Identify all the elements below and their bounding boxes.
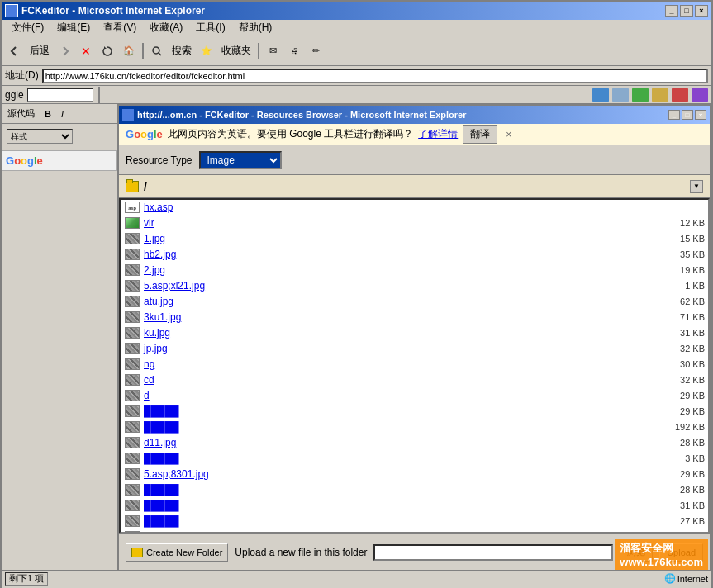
popup-translate-button[interactable]: 翻译 <box>463 125 497 144</box>
file-size: 31 KB <box>655 328 705 338</box>
file-thumbnail <box>124 295 140 308</box>
table-row[interactable]: 2.jpg19 KB <box>121 263 708 278</box>
upload-file-input[interactable] <box>373 544 613 561</box>
file-link[interactable]: █████ <box>144 421 655 433</box>
style-select[interactable]: 样式 <box>7 129 73 144</box>
menu-favorites[interactable]: 收藏(A) <box>143 19 189 36</box>
folder-dropdown-button[interactable]: ▼ <box>690 180 703 193</box>
table-row[interactable]: 1.jpg15 KB <box>121 231 708 247</box>
links-icon-2[interactable] <box>612 88 629 102</box>
table-row[interactable]: cd32 KB <box>121 372 708 388</box>
popup-google-close-button[interactable]: × <box>506 129 511 140</box>
file-link[interactable]: █████ <box>144 484 655 496</box>
file-thumbnail <box>124 358 140 371</box>
ie-icon <box>5 4 18 17</box>
file-link[interactable]: 1.jpg <box>144 233 655 244</box>
italic-button[interactable]: I <box>57 107 68 121</box>
table-row[interactable]: █████192 KB <box>121 420 708 435</box>
file-link[interactable]: █████ <box>144 453 655 464</box>
status-text: 剩下1 项 <box>5 572 48 586</box>
table-row[interactable]: █████27 KB <box>121 514 708 529</box>
table-row[interactable]: █████28 KB <box>121 482 708 498</box>
table-row[interactable]: ku.jpg31 KB <box>121 325 708 341</box>
minimize-button[interactable]: _ <box>665 5 678 17</box>
favorites-button[interactable]: ⭐ <box>197 41 216 61</box>
file-link[interactable]: █████ <box>144 405 655 417</box>
table-row[interactable]: asphx.asp <box>121 200 708 216</box>
popup-close-button[interactable]: × <box>695 110 706 120</box>
file-link[interactable]: cd <box>144 374 655 386</box>
table-row[interactable]: d11.jpg28 KB <box>121 435 708 451</box>
create-folder-button[interactable]: Create New Folder <box>126 543 228 562</box>
file-thumbnail <box>124 263 140 277</box>
file-link[interactable]: atu.jpg <box>144 296 655 307</box>
menu-help[interactable]: 帮助(H) <box>232 19 279 36</box>
file-thumbnail <box>124 405 140 418</box>
popup-minimize-button[interactable]: _ <box>668 110 680 120</box>
status-label: 剩下1 项 <box>9 572 44 585</box>
file-link[interactable]: hx.asp <box>144 202 655 213</box>
print-button[interactable]: 🖨 <box>284 41 304 61</box>
file-link[interactable]: 2.jpg <box>144 264 655 276</box>
google-search-input[interactable] <box>27 88 93 102</box>
table-row[interactable]: atu.jpg62 KB <box>121 294 708 310</box>
bold-button[interactable]: B <box>40 107 55 121</box>
file-size: 71 KB <box>655 312 705 322</box>
menu-file[interactable]: 文件(F) <box>5 19 50 36</box>
popup-learn-more-link[interactable]: 了解详情 <box>418 127 458 141</box>
menu-edit[interactable]: 编辑(E) <box>50 19 97 36</box>
menu-tools[interactable]: 工具(I) <box>189 19 231 36</box>
favorites-label: 收藏夹 <box>218 44 254 58</box>
stop-button[interactable]: ✕ <box>76 41 96 61</box>
refresh-button[interactable] <box>97 41 117 61</box>
table-row[interactable]: █████3 KB <box>121 451 708 467</box>
file-link[interactable]: 5.asp;8301.jpg <box>144 468 655 480</box>
file-link[interactable]: █████ <box>144 515 655 527</box>
file-thumbnail <box>124 420 140 434</box>
file-link[interactable]: hb2.jpg <box>144 249 655 260</box>
file-link[interactable]: 5.asp;xl21.jpg <box>144 280 655 292</box>
search-button[interactable] <box>147 41 167 61</box>
table-row[interactable]: d29 KB <box>121 388 708 404</box>
file-thumbnail <box>124 373 140 386</box>
resource-type-bar: Resource Type Image Flash Media File <box>119 145 710 175</box>
links-icon-4[interactable] <box>652 88 668 102</box>
back-button[interactable] <box>5 41 25 61</box>
file-thumbnail <box>124 326 140 339</box>
links-bar: ggle <box>2 86 711 104</box>
popup-title-bar: http://...om.cn - FCKeditor - Resources … <box>119 106 710 124</box>
file-link[interactable]: d <box>144 390 655 401</box>
table-row[interactable]: 5.asp;8301.jpg29 KB <box>121 467 708 482</box>
links-icon-5[interactable] <box>672 88 688 102</box>
file-link[interactable]: ku.jpg <box>144 327 655 339</box>
file-link[interactable]: d11.jpg <box>144 437 655 448</box>
file-link[interactable]: vir <box>144 217 655 229</box>
home-button[interactable]: 🏠 <box>119 41 139 61</box>
file-link[interactable]: jp.jpg <box>144 343 655 354</box>
file-link[interactable]: ng <box>144 358 655 370</box>
table-row[interactable]: vir12 KB <box>121 216 708 231</box>
file-link[interactable]: 3ku1.jpg <box>144 311 655 323</box>
close-button[interactable]: × <box>695 5 708 17</box>
links-icon-1[interactable] <box>592 88 609 102</box>
menu-view[interactable]: 查看(V) <box>97 19 143 36</box>
mail-button[interactable]: ✉ <box>263 41 283 61</box>
table-row[interactable]: jp.jpg32 KB <box>121 341 708 357</box>
popup-restore-button[interactable]: □ <box>682 110 693 120</box>
source-button[interactable]: 源代码 <box>3 106 39 121</box>
address-input[interactable] <box>42 69 708 83</box>
edit-button[interactable]: ✏ <box>306 41 326 61</box>
table-row[interactable]: hb2.jpg35 KB <box>121 247 708 263</box>
file-list[interactable]: asphx.aspvir12 KB1.jpg15 KBhb2.jpg35 KB2… <box>119 198 710 533</box>
table-row[interactable]: █████29 KB <box>121 404 708 420</box>
table-row[interactable]: █████31 KB <box>121 498 708 514</box>
file-link[interactable]: █████ <box>144 500 655 511</box>
table-row[interactable]: ng30 KB <box>121 357 708 372</box>
maximize-button[interactable]: □ <box>680 5 693 17</box>
links-icon-6[interactable] <box>692 88 708 102</box>
table-row[interactable]: 3ku1.jpg71 KB <box>121 310 708 325</box>
resource-type-select[interactable]: Image Flash Media File <box>199 151 282 169</box>
links-icon-3[interactable] <box>632 88 649 102</box>
forward-button[interactable] <box>55 41 74 61</box>
table-row[interactable]: 5.asp;xl21.jpg1 KB <box>121 278 708 294</box>
